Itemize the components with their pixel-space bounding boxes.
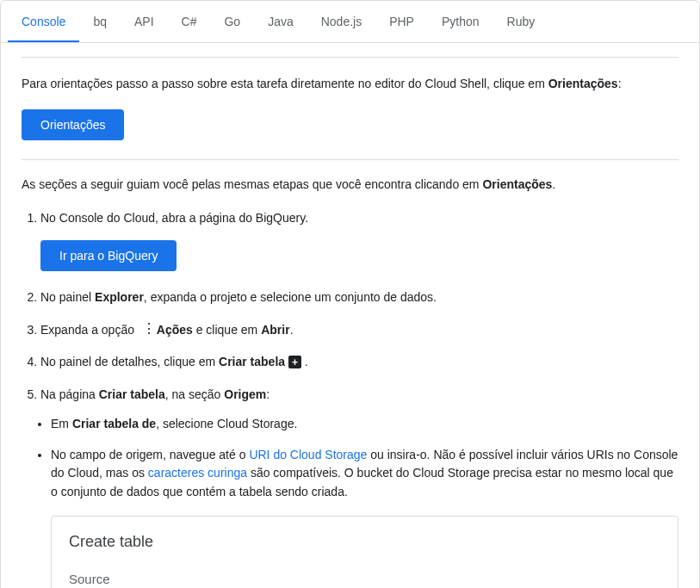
step-3-mid: e clique em bbox=[193, 323, 261, 337]
period: . bbox=[305, 355, 308, 368]
step-3-bold1: Ações bbox=[157, 323, 193, 337]
divider bbox=[22, 159, 678, 160]
form-title: Create table bbox=[69, 530, 660, 554]
step-2-post: , expanda o projeto e selecione um conju… bbox=[144, 290, 437, 304]
wildcard-chars-link[interactable]: caracteres curinga bbox=[148, 466, 247, 480]
step-5-mid: , na seção bbox=[165, 387, 225, 401]
sections-bold: Orientações bbox=[482, 177, 552, 191]
b1-post: , selecione Cloud Storage. bbox=[156, 417, 297, 430]
colon: : bbox=[618, 77, 622, 90]
tab-go[interactable]: Go bbox=[210, 1, 254, 42]
tab-api[interactable]: API bbox=[121, 1, 168, 42]
b1-bold: Criar tabela de bbox=[72, 417, 156, 430]
tab-nodejs[interactable]: Node.js bbox=[307, 1, 375, 42]
intro-text: Para orientações passo a passo sobre est… bbox=[22, 77, 548, 90]
intro-bold: Orientações bbox=[548, 77, 618, 90]
period: . bbox=[290, 323, 294, 337]
add-box-icon: + bbox=[288, 356, 301, 368]
bullet-1: Em Criar tabela de, selecione Cloud Stor… bbox=[51, 415, 678, 434]
more-vert-icon bbox=[139, 325, 152, 337]
period: . bbox=[552, 177, 555, 191]
step-5: Na página Criar tabela, na seção Origem:… bbox=[40, 386, 678, 588]
step-4-bold: Criar tabela bbox=[219, 355, 285, 368]
sub-bullets: Em Criar tabela de, selecione Cloud Stor… bbox=[51, 415, 678, 588]
step-2-bold: Explorer bbox=[95, 290, 144, 304]
step-1: No Console do Cloud, abra a página do Bi… bbox=[40, 209, 678, 275]
create-table-form: Create table Source Create table from: G… bbox=[51, 516, 678, 588]
tab-python[interactable]: Python bbox=[428, 1, 493, 42]
uri-cloud-storage-link[interactable]: URI do Cloud Storage bbox=[249, 448, 367, 461]
tab-ruby[interactable]: Ruby bbox=[493, 1, 549, 42]
colon: : bbox=[266, 387, 269, 401]
step-3-pre: Expanda a opção bbox=[40, 323, 138, 337]
orientacoes-button[interactable]: Orientações bbox=[22, 109, 124, 140]
tab-csharp[interactable]: C# bbox=[168, 1, 211, 42]
step-2-pre: No painel bbox=[40, 290, 95, 304]
tab-php[interactable]: PHP bbox=[375, 1, 428, 42]
step-2: No painel Explorer, expanda o projeto e … bbox=[40, 288, 678, 307]
step-3-bold2: Abrir bbox=[261, 323, 289, 337]
b2-pre: No campo de origem, navegue até o bbox=[51, 448, 249, 461]
sections-paragraph: As seções a seguir guiam você pelas mesm… bbox=[22, 176, 678, 195]
intro-paragraph: Para orientações passo a passo sobre est… bbox=[22, 75, 678, 94]
step-4: No painel de detalhes, clique em Criar t… bbox=[40, 353, 678, 372]
step-1-text: No Console do Cloud, abra a página do Bi… bbox=[40, 211, 308, 225]
step-3: Expanda a opção Ações e clique em Abrir. bbox=[40, 321, 678, 340]
tab-bq[interactable]: bq bbox=[79, 1, 121, 42]
steps-list: No Console do Cloud, abra a página do Bi… bbox=[40, 209, 678, 588]
step-5-bold2: Origem bbox=[224, 387, 266, 401]
step-5-bold1: Criar tabela bbox=[99, 387, 165, 401]
step-4-pre: No painel de detalhes, clique em bbox=[40, 355, 219, 368]
tab-java[interactable]: Java bbox=[254, 1, 307, 42]
bullet-2: No campo de origem, navegue até o URI do… bbox=[51, 446, 678, 589]
form-source-subtitle: Source bbox=[69, 569, 660, 588]
go-to-bigquery-button[interactable]: Ir para o BigQuery bbox=[40, 240, 177, 271]
step-5-pre: Na página bbox=[40, 387, 99, 401]
tabs-bar: Console bq API C# Go Java Node.js PHP Py… bbox=[1, 1, 699, 43]
divider bbox=[22, 57, 678, 58]
b1-pre: Em bbox=[51, 417, 72, 430]
sections-text: As seções a seguir guiam você pelas mesm… bbox=[22, 177, 482, 191]
tab-console[interactable]: Console bbox=[8, 1, 79, 42]
